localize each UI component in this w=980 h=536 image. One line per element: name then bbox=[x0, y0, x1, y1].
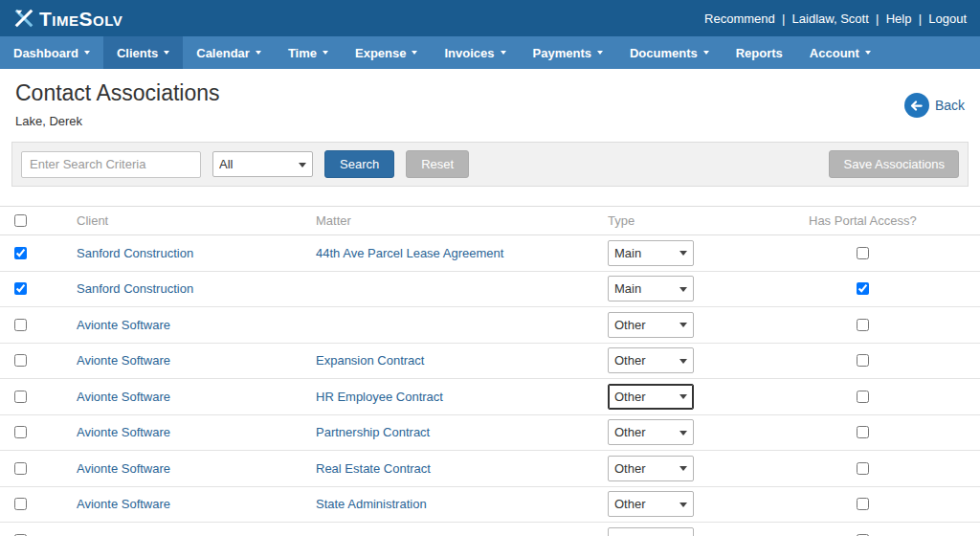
timesolv-logo[interactable]: TimeSolv bbox=[13, 8, 122, 29]
client-link[interactable]: Avionte Software bbox=[77, 461, 170, 476]
portal-access-checkbox[interactable] bbox=[857, 426, 869, 438]
client-link[interactable]: Avionte Software bbox=[77, 353, 170, 368]
portal-access-checkbox[interactable] bbox=[857, 498, 869, 510]
type-select[interactable]: Main bbox=[608, 276, 694, 302]
nav-item-calendar[interactable]: Calendar bbox=[183, 36, 275, 69]
row-select-checkbox[interactable] bbox=[14, 498, 27, 510]
matter-link[interactable]: Partnership Contract bbox=[316, 425, 430, 439]
select-all-checkbox[interactable] bbox=[14, 214, 27, 227]
matter-link[interactable]: Expansion Contract bbox=[316, 353, 424, 368]
row-select-checkbox[interactable] bbox=[14, 247, 27, 259]
row-select-checkbox[interactable] bbox=[14, 319, 27, 331]
nav-item-label: Dashboard bbox=[13, 46, 78, 60]
nav-item-label: Calendar bbox=[196, 46, 250, 60]
chevron-down-icon bbox=[412, 51, 417, 55]
associations-table: Client Matter Type Has Portal Access? Sa… bbox=[0, 206, 980, 536]
type-select-wrap: Other bbox=[608, 491, 694, 517]
table-row: Avionte SoftwareExpansion ContractOther bbox=[0, 344, 980, 380]
type-select-wrap: Main bbox=[608, 240, 694, 266]
table-row: Avionte SoftwareHR Employee ContractOthe… bbox=[0, 379, 980, 415]
row-select-checkbox[interactable] bbox=[14, 354, 27, 367]
table-row: Barry KruschOther bbox=[0, 523, 980, 536]
client-link[interactable]: Avionte Software bbox=[77, 390, 170, 404]
logo-text: TimeSolv bbox=[39, 9, 122, 29]
chevron-down-icon bbox=[256, 51, 261, 55]
type-select-wrap: Other bbox=[608, 347, 694, 373]
type-select-wrap: Main bbox=[608, 276, 694, 302]
portal-access-checkbox[interactable] bbox=[857, 247, 869, 259]
nav-item-clients[interactable]: Clients bbox=[103, 36, 183, 69]
nav-item-expense[interactable]: Expense bbox=[342, 36, 431, 69]
contact-name: Lake, Derek bbox=[15, 114, 220, 128]
chevron-down-icon bbox=[84, 51, 90, 55]
row-select-checkbox[interactable] bbox=[14, 462, 27, 475]
nav-item-payments[interactable]: Payments bbox=[520, 36, 616, 69]
back-button[interactable]: Back bbox=[904, 82, 965, 128]
save-associations-button[interactable]: Save Associations bbox=[829, 150, 959, 178]
topbar-link[interactable]: Help bbox=[869, 11, 912, 26]
type-select[interactable]: Other bbox=[608, 527, 694, 536]
row-select-checkbox[interactable] bbox=[14, 391, 27, 403]
matter-link[interactable]: State Administration bbox=[316, 497, 427, 511]
page-title: Contact Associations bbox=[15, 80, 220, 106]
portal-access-checkbox[interactable] bbox=[857, 282, 869, 295]
client-link[interactable]: Sanford Construction bbox=[77, 281, 193, 296]
search-input[interactable] bbox=[21, 151, 201, 178]
client-link[interactable]: Avionte Software bbox=[77, 425, 170, 439]
search-panel: All Search Reset Save Associations bbox=[11, 142, 969, 187]
matter-link[interactable]: HR Employee Contract bbox=[316, 390, 443, 404]
type-select-wrap: Other bbox=[608, 312, 694, 338]
main-nav: DashboardClientsCalendarTimeExpenseInvoi… bbox=[0, 36, 980, 69]
portal-access-checkbox[interactable] bbox=[857, 391, 869, 403]
nav-item-label: Clients bbox=[117, 46, 158, 60]
type-select[interactable]: Other bbox=[608, 491, 694, 517]
nav-item-documents[interactable]: Documents bbox=[616, 36, 723, 69]
top-bar: TimeSolv RecommendLaidlaw, ScottHelpLogo… bbox=[0, 0, 980, 36]
nav-item-label: Account bbox=[810, 46, 859, 60]
chevron-down-icon bbox=[323, 51, 328, 55]
search-button[interactable]: Search bbox=[324, 150, 394, 178]
row-select-checkbox[interactable] bbox=[14, 426, 27, 438]
client-link[interactable]: Avionte Software bbox=[77, 318, 170, 332]
back-label: Back bbox=[935, 98, 965, 113]
type-select[interactable]: Main bbox=[608, 240, 694, 266]
filter-select-wrap: All bbox=[212, 151, 313, 177]
portal-access-checkbox[interactable] bbox=[857, 319, 869, 331]
topbar-link[interactable]: Laidlaw, Scott bbox=[775, 11, 869, 26]
type-select[interactable]: Other bbox=[608, 456, 694, 481]
portal-access-checkbox[interactable] bbox=[857, 462, 869, 475]
nav-item-label: Reports bbox=[736, 46, 783, 60]
nav-item-account[interactable]: Account bbox=[796, 36, 884, 69]
column-header-portal-access: Has Portal Access? bbox=[809, 213, 980, 228]
nav-item-label: Expense bbox=[355, 46, 406, 60]
topbar-link[interactable]: Logout bbox=[911, 11, 967, 26]
matter-link[interactable]: 44th Ave Parcel Lease Agreement bbox=[316, 246, 503, 260]
nav-item-reports[interactable]: Reports bbox=[723, 36, 796, 69]
client-link[interactable]: Sanford Construction bbox=[77, 246, 193, 260]
table-row: Sanford Construction44th Ave Parcel Leas… bbox=[0, 235, 980, 272]
table-body: Sanford Construction44th Ave Parcel Leas… bbox=[0, 235, 980, 536]
type-select-wrap: Other bbox=[608, 419, 694, 445]
type-select[interactable]: Other bbox=[608, 419, 694, 445]
nav-item-dashboard[interactable]: Dashboard bbox=[0, 36, 103, 69]
type-select[interactable]: Other bbox=[608, 384, 694, 410]
chevron-down-icon bbox=[164, 51, 169, 55]
nav-item-invoices[interactable]: Invoices bbox=[431, 36, 519, 69]
chevron-down-icon bbox=[501, 51, 506, 55]
table-row: Sanford ConstructionMain bbox=[0, 272, 980, 308]
client-link[interactable]: Avionte Software bbox=[77, 497, 170, 511]
topbar-link[interactable]: Recommend bbox=[704, 11, 775, 26]
matter-link[interactable]: Real Estate Contract bbox=[316, 461, 431, 476]
row-select-checkbox[interactable] bbox=[14, 282, 27, 295]
nav-item-label: Time bbox=[288, 46, 317, 60]
table-header-row: Client Matter Type Has Portal Access? bbox=[0, 206, 980, 235]
type-select[interactable]: Other bbox=[608, 347, 694, 373]
table-row: Avionte SoftwareOther bbox=[0, 307, 980, 344]
nav-item-time[interactable]: Time bbox=[275, 36, 342, 69]
column-header-matter: Matter bbox=[316, 213, 608, 228]
type-select[interactable]: Other bbox=[608, 312, 694, 338]
timesolv-logo-icon bbox=[13, 8, 34, 29]
reset-button[interactable]: Reset bbox=[406, 150, 469, 178]
filter-select[interactable]: All bbox=[212, 151, 313, 177]
portal-access-checkbox[interactable] bbox=[857, 354, 869, 367]
